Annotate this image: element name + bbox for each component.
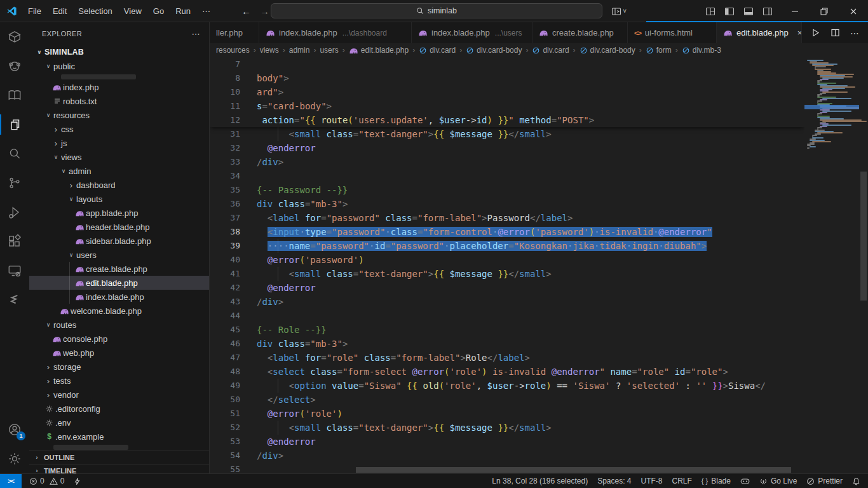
menu-item-run[interactable]: Run: [170, 4, 196, 18]
tree-item-js[interactable]: ›js: [29, 136, 209, 150]
breadcrumb-item-admin[interactable]: admin: [289, 46, 310, 55]
breadcrumb-item-div-card-body[interactable]: div.card-body: [580, 46, 635, 55]
tree-item-index-php[interactable]: index.php: [29, 80, 209, 94]
menu-item-more[interactable]: ⋯: [196, 4, 216, 18]
restore-button[interactable]: [810, 0, 839, 22]
tree-item-css[interactable]: ›css: [29, 122, 209, 136]
tab-close-icon[interactable]: ×: [797, 28, 802, 37]
vertical-scrollbar[interactable]: [859, 57, 868, 473]
tree-item-dashboard[interactable]: ›dashboard: [29, 178, 209, 192]
remote-window-icon[interactable]: [0, 256, 29, 285]
run-file-button[interactable]: [811, 28, 820, 37]
layout-grid-icon[interactable]: [705, 6, 715, 17]
encoding[interactable]: UTF-8: [641, 477, 663, 485]
container-icon[interactable]: [0, 22, 29, 51]
extensions-icon[interactable]: [0, 227, 29, 256]
tree-item-header-blade-php[interactable]: header.blade.php: [29, 220, 209, 234]
tree-item-views[interactable]: ∨views: [29, 150, 209, 164]
indentation[interactable]: Spaces: 4: [597, 477, 631, 485]
menu-item-go[interactable]: Go: [147, 4, 170, 18]
breadcrumb-item-div-card[interactable]: div.card: [419, 46, 456, 55]
settings-gear-icon[interactable]: [0, 444, 29, 473]
problems-indicator[interactable]: 0 0: [29, 477, 64, 485]
breadcrumb-item-div-mb-3[interactable]: div.mb-3: [682, 46, 721, 55]
command-center-search[interactable]: siminlab: [271, 3, 602, 18]
s-extension-icon[interactable]: [0, 285, 29, 315]
menu-item-selection[interactable]: Selection: [72, 4, 118, 18]
nav-back-icon[interactable]: ←: [241, 6, 251, 17]
minimize-button[interactable]: [780, 0, 810, 22]
tree-item-storage[interactable]: ›storage: [29, 360, 209, 374]
lightning-icon[interactable]: [73, 477, 81, 485]
minimap[interactable]: [804, 57, 859, 473]
prettier-status[interactable]: Prettier: [806, 477, 843, 485]
tree-item-admin[interactable]: ∨admin: [29, 164, 209, 178]
tab-create-blade-php[interactable]: create.blade.php: [532, 22, 628, 43]
tree-item-sidebar-blade-php[interactable]: sidebar.blade.php: [29, 234, 209, 248]
customize-layout-icon[interactable]: [611, 6, 621, 17]
tree-item-public[interactable]: ∨public: [29, 59, 209, 73]
tab-edit-blade-php[interactable]: edit.blade.php×: [717, 22, 802, 43]
tree-item-layouts[interactable]: ∨layouts: [29, 192, 209, 206]
chevron-down-icon[interactable]: ˅: [623, 8, 627, 15]
tab-ui-forms-html[interactable]: <>ui-forms.html: [628, 22, 717, 43]
horizontal-scrollbar[interactable]: [356, 467, 791, 473]
eol[interactable]: CRLF: [672, 477, 692, 485]
tree-item-welcome-blade-php[interactable]: welcome.blade.php: [29, 304, 209, 318]
timeline-section[interactable]: ›TIMELINE: [29, 464, 209, 473]
tree-root-siminlab[interactable]: ∨SIMINLAB: [29, 45, 209, 59]
tree-item-edit-blade-php[interactable]: edit.blade.php: [29, 276, 209, 290]
toggle-secondary-sidebar-icon[interactable]: [763, 6, 773, 17]
book-icon[interactable]: [0, 81, 29, 110]
monkey-extension-icon[interactable]: [0, 51, 29, 81]
breadcrumb-item-form[interactable]: form: [646, 46, 672, 55]
tab-ller-php[interactable]: ller.php: [210, 22, 259, 43]
explorer-more-actions-icon[interactable]: ⋯: [192, 29, 200, 39]
run-debug-icon[interactable]: [0, 198, 29, 227]
tree-item-index-blade-php[interactable]: index.blade.php: [29, 290, 209, 304]
breadcrumb-item-edit-blade-php[interactable]: edit.blade.php: [349, 46, 409, 55]
source-control-icon[interactable]: [0, 168, 29, 198]
breadcrumb-item-users[interactable]: users: [320, 46, 338, 55]
tree-item-tests[interactable]: ›tests: [29, 374, 209, 388]
tree-item-robots-txt[interactable]: robots.txt: [29, 94, 209, 108]
go-live-button[interactable]: Go Live: [759, 477, 797, 485]
tree-item-create-blade-php[interactable]: create.blade.php: [29, 262, 209, 276]
notifications-bell-icon[interactable]: [852, 477, 860, 485]
menu-item-file[interactable]: File: [22, 4, 47, 18]
tab-index-blade-php[interactable]: index.blade.php...\users: [412, 22, 532, 43]
breadcrumb-item-div-card[interactable]: div.card: [532, 46, 569, 55]
tree-item-web-php[interactable]: web.php: [29, 346, 209, 360]
tree-item-console-php[interactable]: console.php: [29, 332, 209, 346]
toggle-panel-icon[interactable]: [743, 6, 754, 17]
tree-item--env-example[interactable]: $.env.example: [29, 430, 209, 444]
outline-section[interactable]: ›OUTLINE: [29, 451, 209, 464]
tree-item-routes[interactable]: ∨routes: [29, 318, 209, 332]
breadcrumb-item-div-card-body[interactable]: div.card-body: [466, 46, 522, 55]
remote-indicator[interactable]: ><: [0, 474, 22, 488]
menu-item-edit[interactable]: Edit: [47, 4, 72, 18]
editor[interactable]: 78body">10ard">11s="card-body">12 action…: [210, 57, 868, 473]
menu-item-view[interactable]: View: [118, 4, 147, 18]
tree-item-users[interactable]: ∨users: [29, 248, 209, 262]
tree-item--env[interactable]: .env: [29, 416, 209, 430]
explorer-icon[interactable]: [0, 110, 29, 139]
scrollbar-thumb[interactable]: [860, 172, 867, 301]
tree-item-resources[interactable]: ∨resources: [29, 108, 209, 122]
cursor-position[interactable]: Ln 38, Col 28 (196 selected): [492, 477, 588, 485]
account-icon[interactable]: 1: [0, 415, 29, 444]
close-button[interactable]: [839, 0, 868, 22]
toggle-primary-sidebar-icon[interactable]: [724, 6, 735, 17]
tree-item-vendor[interactable]: ›vendor: [29, 388, 209, 402]
language-mode[interactable]: { } Blade: [702, 477, 731, 485]
tree-item-app-blade-php[interactable]: app.blade.php: [29, 206, 209, 220]
copilot-icon[interactable]: [740, 477, 750, 485]
search-icon[interactable]: [0, 139, 29, 168]
tab-index-blade-php[interactable]: index.blade.php...\dashboard: [259, 22, 412, 43]
breadcrumb-item-resources[interactable]: resources: [216, 46, 250, 55]
code-pane[interactable]: 78body">10ard">11s="card-body">12 action…: [210, 57, 804, 473]
tree-item--editorconfig[interactable]: .editorconfig: [29, 402, 209, 416]
nav-forward-icon[interactable]: →: [260, 6, 269, 17]
more-actions-icon[interactable]: ⋯: [850, 28, 859, 38]
split-editor-icon[interactable]: [831, 28, 840, 37]
